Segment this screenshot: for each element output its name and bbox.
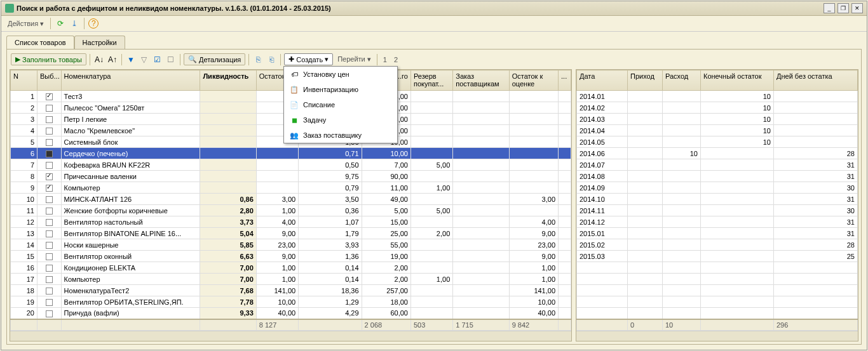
table-row[interactable]: 17Компьютер7,001,000,142,001,001,00 [11, 274, 571, 285]
table-row[interactable]: 2014.1231 [577, 216, 858, 228]
sub-toolbar: ▶ Заполнить товары A↓ A↑ ▼ ▽ ☑ ☐ 🔍 Детал… [10, 52, 858, 67]
writeoff-icon: 📄 [289, 100, 299, 110]
table-row[interactable]: 2015.0131 [577, 228, 858, 239]
checkbox[interactable] [46, 219, 53, 226]
checkbox[interactable] [46, 150, 53, 157]
refresh-icon[interactable]: ⟳ [55, 18, 66, 29]
table-row[interactable]: 2014.0731 [577, 159, 858, 171]
table-row[interactable]: 10МИНСК-АТЛАНТ 1260,863,003,5049,003,00 [11, 194, 571, 205]
table-row[interactable]: 15Вентилятор оконный6,639,001,3619,009,0… [11, 251, 571, 262]
checkbox[interactable] [46, 185, 53, 192]
table-row[interactable]: 2014.1130 [577, 205, 858, 216]
check-all-icon[interactable]: ☑ [152, 54, 163, 65]
table-row[interactable]: 2014.061028 [577, 148, 858, 159]
table-row[interactable]: 6Сердечко (печенье)0,7110,00 [11, 148, 571, 159]
dd-order[interactable]: 👥Заказ поставщику [284, 128, 397, 143]
table-row[interactable]: 13Вентилятор BINATONE ALPINE 16...5,049,… [11, 228, 571, 239]
checkbox[interactable] [46, 288, 53, 295]
table-row[interactable]: 2014.0410 [577, 125, 858, 136]
checkbox[interactable] [46, 242, 53, 249]
checkbox[interactable] [46, 230, 53, 237]
tab-settings[interactable]: Настройки [74, 36, 125, 49]
hscroll-right[interactable] [576, 331, 858, 341]
col-sel[interactable]: Выб... [37, 70, 62, 91]
col-reserve[interactable]: Резерв покупат... [410, 70, 452, 91]
page-1[interactable]: 1 [381, 55, 390, 65]
table-row[interactable]: 16Кондиционер ELEKTA7,001,000,142,001,00 [11, 262, 571, 274]
dd-inventory[interactable]: 📋Инвентаризацию [284, 82, 397, 97]
table-row[interactable]: 19Вентилятор ОРБИТА,STERLING,ЯП.7,7810,0… [11, 296, 571, 308]
table-row[interactable]: 2015.0228 [577, 239, 858, 251]
table-row[interactable]: 14Носки кашерные5,8523,003,9355,0023,00 [11, 239, 571, 251]
checkbox[interactable] [46, 162, 53, 169]
table-row[interactable]: 12Вентилятор настольный3,734,001,0715,00… [11, 216, 571, 228]
sort-desc-icon[interactable]: A↑ [107, 54, 118, 65]
sort-asc-icon[interactable]: A↓ [93, 54, 105, 65]
table-row[interactable]: 8Причесанные валенки9,7590,00 [11, 171, 571, 182]
table-row[interactable]: 2014.0831 [577, 171, 858, 182]
uncheck-all-icon[interactable]: ☐ [165, 54, 177, 65]
col-in[interactable]: Приход [628, 70, 663, 91]
checkbox[interactable] [46, 310, 53, 317]
col-last[interactable]: ... [559, 70, 571, 91]
checkbox[interactable] [46, 105, 53, 112]
tab-list[interactable]: Список товаров [6, 36, 74, 49]
table-row[interactable]: 2014.0110 [577, 91, 858, 102]
table-row[interactable]: 2014.0210 [577, 102, 858, 114]
table-row[interactable]: 18НоменклатураТест27,68141,0018,36257,00… [11, 285, 571, 296]
minimize-button[interactable]: _ [824, 3, 835, 13]
checkbox[interactable] [46, 139, 53, 146]
col-end[interactable]: Конечный остаток [701, 70, 774, 91]
col-out[interactable]: Расход [663, 70, 701, 91]
create-button[interactable]: ✚ Создать ▾ [284, 53, 333, 65]
goto-button[interactable]: Перейти ▾ [335, 54, 374, 65]
col-order[interactable]: Заказ поставщикам [453, 70, 509, 91]
checkbox[interactable] [46, 265, 53, 272]
export-icon[interactable]: ⤓ [69, 18, 80, 29]
tabs: Список товаров Настройки [1, 32, 867, 49]
hscroll-left[interactable] [10, 331, 571, 341]
table-row[interactable]: 2015.0325 [577, 251, 858, 262]
close-button[interactable]: ✕ [851, 3, 863, 13]
checkbox[interactable] [46, 196, 53, 203]
col-date[interactable]: Дата [577, 70, 628, 91]
table-row[interactable]: 9Компьютер0,7911,001,00 [11, 182, 571, 194]
col-est[interactable]: Остаток к оценке [509, 70, 558, 91]
dd-writeoff[interactable]: 📄Списание [284, 97, 397, 112]
table-row[interactable]: 2014.1031 [577, 194, 858, 205]
table-row[interactable]: 2014.0310 [577, 114, 858, 125]
fill-products-button[interactable]: ▶ Заполнить товары [11, 53, 86, 65]
filter-off-icon[interactable]: ▽ [139, 54, 150, 65]
dd-price[interactable]: 🏷Установку цен [284, 67, 397, 82]
table-row-blank [577, 274, 858, 285]
detail-grid[interactable]: Дата Приход Расход Конечный остаток Дней… [576, 69, 858, 341]
col-n[interactable]: N [11, 70, 37, 91]
table-row[interactable]: 7Кофеварка BRAUN KF22R0,507,005,00 [11, 159, 571, 171]
col-nom[interactable]: Номенклатура [61, 70, 200, 91]
checkbox[interactable] [46, 173, 53, 180]
page-2[interactable]: 2 [391, 55, 400, 65]
table-row[interactable]: 11Женские ботфорты коричневые2,801,000,3… [11, 205, 571, 216]
checkbox[interactable] [46, 93, 53, 100]
checkbox[interactable] [46, 128, 53, 135]
dup-icon[interactable]: ⎘ [252, 54, 264, 65]
checkbox[interactable] [46, 299, 53, 306]
checkbox[interactable] [46, 253, 53, 260]
actions-menu[interactable]: Действия ▾ [5, 18, 46, 29]
col-liq[interactable]: Ликвидность [200, 70, 256, 91]
dd-task[interactable]: ◼Задачу [284, 112, 397, 128]
checkbox[interactable] [46, 208, 53, 215]
inventory-icon: 📋 [289, 84, 299, 95]
table-row[interactable]: 2014.0510 [577, 136, 858, 148]
checkbox[interactable] [46, 116, 53, 123]
restore-button[interactable]: ❐ [837, 3, 849, 13]
filter-icon[interactable]: ▼ [125, 54, 137, 65]
dup2-icon[interactable]: ⎗ [266, 54, 277, 65]
help-icon[interactable]: ? [88, 18, 98, 29]
col-days[interactable]: Дней без остатка [774, 70, 858, 91]
table-row[interactable]: 20Причуда (вафли)9,3340,004,2960,0040,00 [11, 308, 571, 319]
table-row[interactable]: 2014.0930 [577, 182, 858, 194]
tab-content: ▶ Заполнить товары A↓ A↑ ▼ ▽ ☑ ☐ 🔍 Детал… [6, 49, 862, 345]
detail-button[interactable]: 🔍 Детализация [184, 53, 245, 65]
checkbox[interactable] [46, 276, 53, 283]
